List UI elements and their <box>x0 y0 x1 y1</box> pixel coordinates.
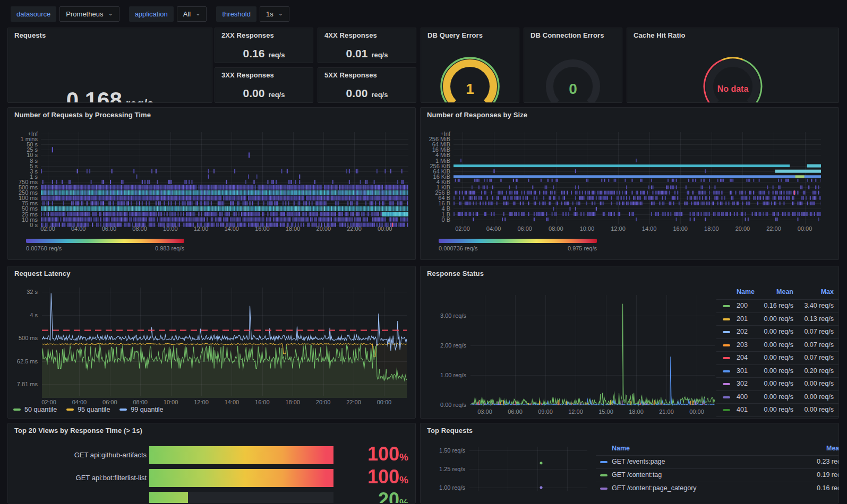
variable-value: 1s <box>266 10 273 18</box>
gauge-value: No data <box>717 84 749 93</box>
series-mean: 0.00 req/s <box>756 315 793 323</box>
legend-table-row[interactable]: GET /events:page0.23 req/s <box>596 455 839 468</box>
series-max: 0.00 req/s <box>797 380 834 387</box>
stat-2xx: 0.16 req/s <box>215 47 313 60</box>
series-mean: 0.00 req/s <box>756 367 793 375</box>
variable-label[interactable]: datasource <box>11 6 56 22</box>
series-max: 0.07 req/s <box>797 328 834 335</box>
panel-title[interactable]: Response Status <box>427 270 484 277</box>
y-axis-label: 0.00 req/s <box>428 402 466 408</box>
legend-item[interactable]: 99 quantile <box>119 406 163 413</box>
legend-table-row[interactable]: 2020.00 req/s0.07 req/s <box>716 325 839 338</box>
stat-unit: req/s <box>371 51 388 59</box>
legend-item[interactable]: 95 quantile <box>66 406 110 413</box>
panel-title[interactable]: DB Connection Errors <box>531 31 604 39</box>
color-scale-max: 0.983 req/s <box>26 245 184 251</box>
series-swatch <box>723 383 730 385</box>
color-scale-max: 0.975 req/s <box>439 245 597 251</box>
panel-top-views: Top 20 Views by Response Time (> 1s) GET… <box>7 423 416 503</box>
x-axis-label: 15:00 <box>594 409 618 415</box>
column-header-mean[interactable]: Mean <box>826 445 839 452</box>
variable-dropdown[interactable]: All⌄ <box>177 6 207 22</box>
legend-table-row[interactable]: 2040.00 req/s0.07 req/s <box>716 351 839 364</box>
series-mean: 0.19 req/s <box>817 471 839 479</box>
gauge-value: 0 <box>569 81 577 97</box>
heatmap-color-scale <box>26 239 184 243</box>
y-axis-label: 4 s <box>8 312 38 318</box>
series-name: 401 <box>737 406 748 413</box>
panel-title[interactable]: Top Requests <box>427 427 473 435</box>
series-name: GET /events:page <box>612 458 665 465</box>
y-axis-label: 62.5 ms <box>8 358 38 364</box>
panel-title[interactable]: 4XX Responses <box>324 31 377 39</box>
series-swatch <box>723 318 730 320</box>
variable-label[interactable]: threshold <box>216 6 256 22</box>
series-swatch <box>723 409 730 411</box>
legend-table-row[interactable]: 4000.00 req/s0.00 req/s <box>716 390 839 404</box>
heatmap-canvas <box>41 130 408 229</box>
legend-item[interactable]: 50 quantile <box>13 406 57 413</box>
panel-response-status: Response Status 0.00 req/s1.00 req/s2.00… <box>420 266 839 419</box>
legend-table-row[interactable]: 3020.00 req/s0.00 req/s <box>716 377 839 390</box>
variable-application: applicationAll⌄ <box>129 6 207 22</box>
panel-db-query-errors: DB Query Errors 1 <box>421 28 519 103</box>
series-swatch <box>723 344 730 346</box>
grafana-dashboard: datasourcePrometheus⌄applicationAll⌄thre… <box>0 0 847 504</box>
series-name: 204 <box>737 354 748 361</box>
series-swatch <box>600 461 608 463</box>
variable-dropdown[interactable]: 1s⌄ <box>260 6 289 22</box>
panel-title[interactable]: Request Latency <box>14 270 71 277</box>
bar-gauge-fill <box>149 469 333 487</box>
panel-title[interactable]: 3XX Responses <box>221 71 274 79</box>
panel-heatmap-response-size: Number of Responses by Size +Inf256 MiB6… <box>420 107 839 260</box>
panel-title[interactable]: 2XX Responses <box>221 31 274 39</box>
legend-table-row[interactable]: 2010.00 req/s0.13 req/s <box>716 312 839 326</box>
variable-threshold: threshold1s⌄ <box>216 6 289 22</box>
column-header-name[interactable]: Name <box>737 288 755 296</box>
legend-table-row[interactable]: 4030.00 req/s0.00 req/s <box>716 416 839 419</box>
column-header-max[interactable]: Max <box>797 288 834 296</box>
panel-title[interactable]: Cache Hit Ratio <box>634 31 686 39</box>
legend-table-row[interactable]: 3010.00 req/s0.20 req/s <box>716 364 839 378</box>
series-mean: 0.00 req/s <box>756 380 793 387</box>
gauge: No data <box>693 43 773 102</box>
legend-table-row[interactable]: 2030.00 req/s0.07 req/s <box>716 338 839 352</box>
variable-label[interactable]: application <box>129 6 174 22</box>
series-swatch <box>600 488 608 490</box>
column-header-name[interactable]: Name <box>612 445 630 452</box>
y-axis-label: 7.81 ms <box>8 381 38 387</box>
stat-3xx: 0.00 req/s <box>215 87 313 100</box>
series-name: 202 <box>737 328 748 335</box>
panel-title[interactable]: Top 20 Views by Response Time (> 1s) <box>14 427 142 435</box>
x-axis-label: 10:00 <box>159 399 183 405</box>
stat-unit: req/s <box>268 91 285 99</box>
panel-title[interactable]: Number of Responses by Size <box>427 111 527 119</box>
legend-table-row[interactable]: GET /content:tag0.19 req/s <box>596 468 839 482</box>
variable-dropdown[interactable]: Prometheus⌄ <box>59 6 119 22</box>
panel-title[interactable]: Requests <box>14 31 46 39</box>
series-mean: 0.00 req/s <box>756 341 793 349</box>
legend-table-header: NameMean <box>596 442 839 455</box>
panel-title[interactable]: 5XX Responses <box>324 71 377 79</box>
x-axis-label: 22:00 <box>342 399 365 405</box>
x-axis-label: 00:00 <box>372 399 396 405</box>
panel-title[interactable]: DB Query Errors <box>427 31 483 39</box>
x-axis-label: 18:00 <box>281 399 304 405</box>
legend-table-row[interactable]: 2000.16 req/s3.40 req/s <box>716 299 839 312</box>
series-name: 301 <box>737 367 748 375</box>
panel-title[interactable]: Number of Requests by Processing Time <box>14 111 151 119</box>
y-axis-label: 1.50 req/s <box>421 447 465 454</box>
chevron-down-icon: ⌄ <box>195 11 200 15</box>
column-header-mean[interactable]: Mean <box>756 288 793 296</box>
legend-table-row[interactable]: GET /content:page_category0.16 req/s <box>596 482 839 495</box>
panel-request-latency: Request Latency 32 s4 s500 ms62.5 ms7.81… <box>7 266 416 419</box>
legend-table: NameMeanMax2000.16 req/s3.40 req/s2010.0… <box>716 285 839 419</box>
stat-value: 0.00 <box>243 87 265 100</box>
legend-table-row[interactable]: 4010.00 req/s0.00 req/s <box>716 403 839 416</box>
x-axis-label: 08:00 <box>129 399 152 405</box>
legend-label: 99 quantile <box>131 406 163 413</box>
variables-toolbar: datasourcePrometheus⌄applicationAll⌄thre… <box>11 6 289 22</box>
latency-chart-canvas <box>42 285 407 398</box>
series-swatch <box>600 474 608 476</box>
bar-gauge-value: 20% <box>337 489 408 503</box>
